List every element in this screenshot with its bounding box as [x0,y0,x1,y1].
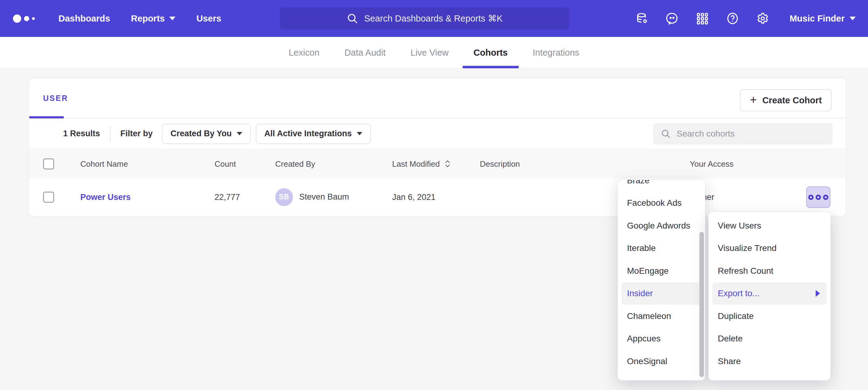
tab-cohorts[interactable]: Cohorts [473,37,507,68]
column-last-modified-label: Last Modified [392,159,440,168]
tab-cohorts-label: Cohorts [473,48,507,58]
nav-right-cluster: Music Finder [635,0,856,37]
tab-integrations[interactable]: Integrations [533,37,580,68]
section-tabs: Lexicon Data Audit Live View Cohorts Int… [0,37,868,69]
tab-live-view[interactable]: Live View [411,37,449,68]
dot-icon [816,195,821,200]
row-checkbox[interactable] [43,192,54,203]
nav-reports[interactable]: Reports [121,0,186,37]
submenu-item-moengage[interactable]: MoEngage [618,260,705,282]
app-window: Dashboards Reports Users Search Dashboar… [0,0,868,390]
created-by-filter-label: Created By You [170,129,232,138]
created-by-cell: SB Steven Baum [275,188,349,206]
filter-toolbar: 1 Results Filter by Created By You All A… [29,119,845,149]
dot-icon [823,195,828,200]
select-all-checkbox[interactable] [43,158,54,169]
top-nav: Dashboards Reports Users Search Dashboar… [0,0,868,37]
apps-grid-icon[interactable] [695,11,710,26]
chevron-down-icon [357,132,362,135]
chevron-down-icon [237,132,242,135]
plus-icon: + [750,94,756,105]
submenu-item-onesignal[interactable]: OneSignal [618,350,705,373]
settings-gear-icon[interactable] [756,11,770,26]
column-your-access[interactable]: Your Access [690,159,734,168]
table-header: Cohort Name Count Created By Last Modifi… [29,149,845,178]
export-submenu-list: Braze Facebook Ads Google Adwords Iterab… [618,180,705,373]
search-icon [660,128,671,140]
column-created-by[interactable]: Created By [275,159,315,168]
submenu-item-appcues[interactable]: Appcues [618,328,705,350]
nav-dashboards[interactable]: Dashboards [48,0,121,37]
integrations-filter-dropdown[interactable]: All Active Integrations [256,124,371,144]
tab-user-cohorts[interactable]: USER [43,94,68,103]
global-search-input[interactable]: Search Dashboards & Reports ⌘K [280,7,569,30]
submenu-item-insider[interactable]: Insider [621,282,702,305]
nav-users[interactable]: Users [186,0,232,37]
cohort-search-box [653,123,833,144]
filter-by-label: Filter by [120,129,153,138]
submenu-arrow-icon [816,290,820,297]
integrations-filter-label: All Active Integrations [265,129,352,138]
tab-live-view-label: Live View [411,48,449,58]
export-submenu: Braze Facebook Ads Google Adwords Iterab… [618,180,705,381]
global-search-placeholder: Search Dashboards & Reports ⌘K [364,13,503,24]
menu-item-visualize-trend[interactable]: Visualize Trend [709,237,831,260]
tab-data-audit[interactable]: Data Audit [344,37,386,68]
created-by-name: Steven Baum [299,192,349,202]
help-icon[interactable] [725,11,740,26]
submenu-scrollbar[interactable] [699,232,704,377]
row-context-menu: View Users Visualize Trend Refresh Count… [709,212,831,381]
menu-item-refresh-count[interactable]: Refresh Count [709,260,831,282]
nav-users-label: Users [196,13,221,24]
cohorts-card: USER + Create Cohort 1 Results Filter by… [29,79,845,216]
last-modified-cell: Jan 6, 2021 [392,192,436,202]
column-cohort-name[interactable]: Cohort Name [80,159,128,168]
sort-icon[interactable] [444,160,451,168]
data-management-icon[interactable] [635,11,649,26]
submenu-item-facebook-ads[interactable]: Facebook Ads [618,192,705,215]
mixpanel-logo-icon[interactable] [13,14,41,23]
tab-lexicon[interactable]: Lexicon [289,37,319,68]
project-name: Music Finder [789,13,845,24]
menu-item-export-to[interactable]: Export to... [712,282,827,305]
submenu-item-chameleon[interactable]: Chameleon [618,305,705,328]
results-count: 1 Results [63,129,100,138]
nav-dashboards-label: Dashboards [59,13,110,24]
create-cohort-button[interactable]: + Create Cohort [740,89,832,111]
active-tab-underline [29,116,64,119]
table-row: Power Users 22,777 SB Steven Baum Jan 6,… [29,178,845,216]
feedback-icon[interactable] [665,11,679,26]
primary-nav: Dashboards Reports Users [48,0,232,37]
submenu-item-google-adwords[interactable]: Google Adwords [618,215,705,237]
project-switcher[interactable]: Music Finder [789,13,856,24]
column-count[interactable]: Count [215,159,236,168]
chevron-down-icon [849,17,856,20]
column-description[interactable]: Description [480,159,520,168]
cohort-count: 22,777 [215,192,240,202]
created-by-filter-dropdown[interactable]: Created By You [162,124,251,144]
menu-item-view-users[interactable]: View Users [709,215,831,237]
submenu-item-iterable[interactable]: Iterable [618,237,705,260]
dot-icon [808,195,813,200]
cohort-name-link[interactable]: Power Users [80,192,131,202]
chevron-down-icon [169,17,176,20]
menu-item-duplicate[interactable]: Duplicate [709,305,831,328]
menu-item-share[interactable]: Share [709,350,831,373]
column-last-modified[interactable]: Last Modified [392,159,451,168]
row-actions-button[interactable] [806,186,831,208]
cohorts-card-header: USER + Create Cohort [29,79,845,119]
submenu-item-braze[interactable]: Braze [618,180,705,192]
tab-integrations-label: Integrations [533,48,580,58]
menu-item-export-to-label: Export to... [718,289,760,298]
cohort-search-input[interactable] [677,129,825,139]
search-icon [346,12,359,25]
menu-item-delete[interactable]: Delete [709,328,831,350]
divider [110,126,111,142]
avatar: SB [275,188,293,206]
tab-data-audit-label: Data Audit [344,48,386,58]
create-cohort-label: Create Cohort [763,95,822,105]
tab-lexicon-label: Lexicon [289,48,319,58]
nav-reports-label: Reports [131,13,165,24]
